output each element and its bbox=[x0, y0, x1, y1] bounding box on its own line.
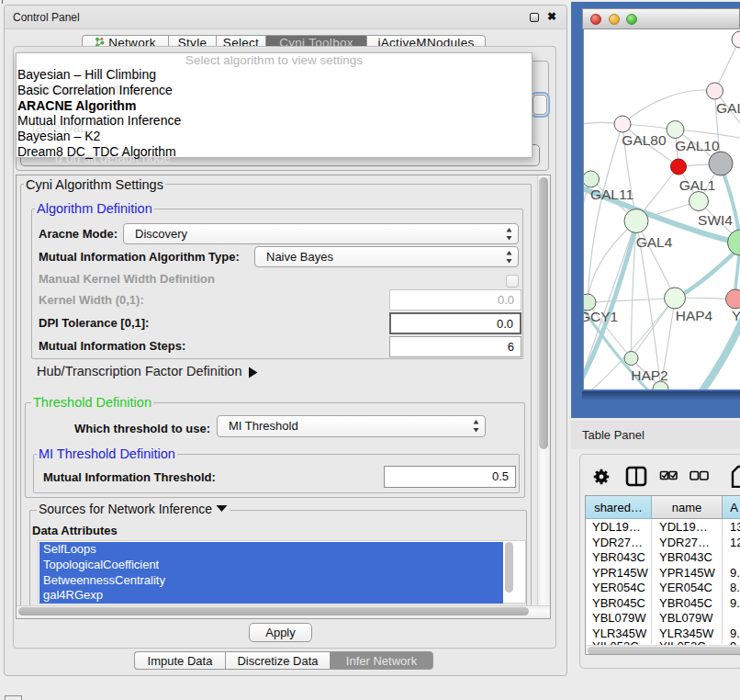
svg-text:GAL1: GAL1 bbox=[679, 177, 716, 193]
svg-text:GAL11: GAL11 bbox=[590, 186, 633, 202]
svg-text:HAP2: HAP2 bbox=[631, 367, 668, 383]
svg-text:GAL80: GAL80 bbox=[622, 132, 667, 148]
svg-text:GAL10: GAL10 bbox=[675, 138, 720, 153]
svg-text:GCY1: GCY1 bbox=[583, 309, 618, 324]
svg-text:GAL7: GAL7 bbox=[716, 100, 740, 116]
svg-text:SWI4: SWI4 bbox=[698, 212, 733, 228]
svg-text:HAP4: HAP4 bbox=[676, 308, 713, 323]
svg-text:GAL4: GAL4 bbox=[636, 234, 673, 250]
svg-text:YM: YM bbox=[732, 308, 740, 323]
